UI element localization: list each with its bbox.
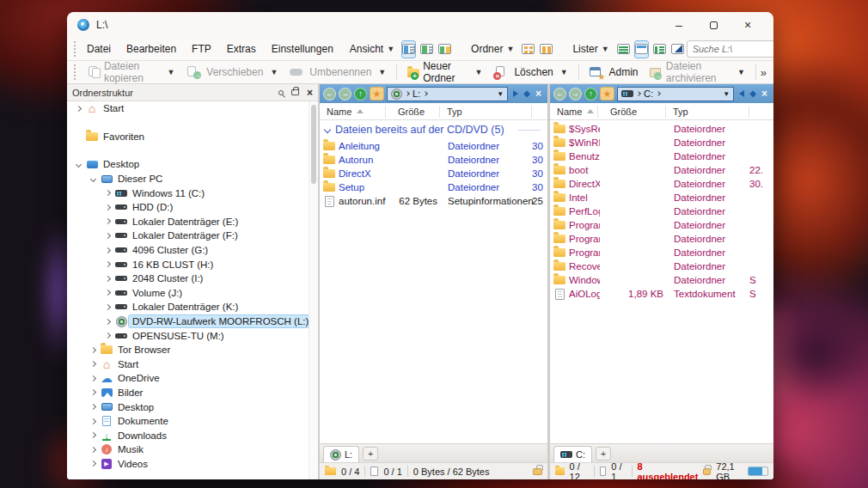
column-name[interactable]: Name bbox=[550, 107, 597, 117]
dateien-kopieren-button[interactable]: Dateien kopieren▼ bbox=[83, 63, 181, 82]
tree-scrollbar[interactable] bbox=[309, 101, 318, 479]
tree-expander-icon[interactable] bbox=[101, 234, 113, 238]
tree-expander-icon[interactable] bbox=[87, 362, 99, 366]
search-input[interactable] bbox=[693, 44, 773, 54]
favorites-button[interactable]: ★ bbox=[370, 87, 384, 101]
tab-drive-l[interactable]: L: bbox=[323, 446, 359, 462]
tree-item-start[interactable]: ⌂Start bbox=[67, 101, 318, 116]
tree-expander-icon[interactable] bbox=[101, 277, 113, 281]
file-row--winreagent[interactable]: $WinREAgentDateiordner bbox=[550, 136, 773, 149]
up-button[interactable]: ↑ bbox=[354, 88, 367, 101]
tree-item-onedrive[interactable]: ☁OneDrive bbox=[67, 371, 318, 386]
neuer-ordner-button[interactable]: +Neuer Ordner▼ bbox=[401, 63, 488, 82]
tree-item-lokaler-datentr-ger-k-[interactable]: Lokaler Datenträger (K:) bbox=[67, 300, 318, 314]
tree-item-desktop[interactable]: Desktop bbox=[67, 400, 318, 414]
tree-expander-icon[interactable] bbox=[87, 390, 99, 394]
group-header[interactable]: Dateien bereits auf der CD/DVD (5) bbox=[320, 120, 547, 139]
column-name[interactable]: Name bbox=[320, 107, 385, 117]
tree-item-bilder[interactable]: Bilder bbox=[67, 386, 318, 400]
back-button[interactable]: ← bbox=[323, 88, 336, 101]
file-row-programme-x86-[interactable]: Programme (x86)Dateiordner bbox=[550, 246, 773, 259]
tree-expander-icon[interactable] bbox=[87, 405, 99, 409]
tree-item-2048-cluster-i-[interactable]: 2048 Cluster (I:) bbox=[67, 271, 318, 286]
tree-expander-icon[interactable] bbox=[101, 191, 113, 195]
tree-expander-icon[interactable] bbox=[101, 320, 113, 324]
tree-item-volume-j-[interactable]: Volume (J:) bbox=[67, 286, 318, 301]
menu-lister[interactable]: Lister▼ bbox=[564, 43, 614, 55]
tree-expander-icon[interactable] bbox=[101, 333, 113, 338]
file-row-autorun-inf[interactable]: autorun.inf62 BytesSetupinformationen25 bbox=[320, 194, 547, 208]
tree-expander-icon[interactable] bbox=[87, 348, 99, 352]
lister-toppane-button[interactable] bbox=[634, 40, 649, 58]
column-size[interactable]: Größe bbox=[598, 107, 665, 117]
tree-expander-icon[interactable] bbox=[87, 419, 99, 424]
dateien-archivieren-button[interactable]: →Dateien archivieren▼ bbox=[644, 63, 751, 82]
toolbar-overflow-button[interactable]: » bbox=[761, 66, 767, 79]
tree-expander-icon[interactable] bbox=[87, 461, 99, 466]
panel-close-icon[interactable]: × bbox=[761, 88, 767, 99]
file-row--sysreset[interactable]: $SysResetDateiordner bbox=[550, 122, 773, 136]
right-breadcrumb[interactable]: C: ▼ bbox=[617, 87, 734, 101]
tree-expander-icon[interactable] bbox=[101, 290, 113, 295]
tree-scrollbar-thumb[interactable] bbox=[311, 105, 316, 184]
menu-ansicht[interactable]: Ansicht▼ bbox=[341, 43, 400, 55]
panel-swap-icon[interactable]: ◆ bbox=[523, 89, 530, 98]
group-collapse-icon[interactable] bbox=[324, 126, 331, 133]
left-breadcrumb[interactable]: L: ▼ bbox=[387, 87, 508, 101]
tree-expander-icon[interactable] bbox=[101, 262, 113, 266]
panel-expand-icon[interactable] bbox=[739, 90, 744, 97]
unlock-icon[interactable] bbox=[533, 468, 542, 475]
tree-item-dieser-pc[interactable]: Dieser PC bbox=[67, 172, 318, 186]
panel-swap-icon[interactable]: ◆ bbox=[749, 89, 756, 98]
tree-item-musik[interactable]: ♪Musik bbox=[67, 442, 318, 457]
file-row-recovery[interactable]: RecoveryDateiordner bbox=[550, 259, 773, 273]
file-row-setup[interactable]: SetupDateiordner30 bbox=[320, 180, 547, 194]
tree-expander-icon[interactable] bbox=[87, 376, 99, 381]
lister-list-button[interactable] bbox=[652, 40, 667, 58]
file-row-windows[interactable]: WindowsDateiordnerS bbox=[550, 273, 773, 287]
view-split-button[interactable] bbox=[419, 40, 434, 58]
breadcrumb-drive[interactable]: C: bbox=[644, 88, 653, 99]
minimize-button[interactable]: – bbox=[662, 14, 696, 36]
tree-expander-icon[interactable] bbox=[87, 177, 99, 181]
tree-item-opensuse-tu-m-[interactable]: OPENSUSE-TU (M:) bbox=[67, 328, 318, 343]
breadcrumb-drive[interactable]: L: bbox=[413, 88, 420, 99]
menu-item-ftp[interactable]: FTP bbox=[184, 43, 219, 55]
favorites-button[interactable]: ★ bbox=[600, 87, 614, 101]
tree-item-favoriten[interactable]: Favoriten bbox=[67, 130, 318, 144]
file-row-programme[interactable]: ProgrammeDateiordner bbox=[550, 232, 773, 246]
tree-expander-icon[interactable] bbox=[101, 219, 113, 223]
file-row-directx[interactable]: DirectXDateiordner30 bbox=[320, 167, 547, 180]
tree-expander-icon[interactable] bbox=[101, 305, 113, 309]
tree-expander-icon[interactable] bbox=[72, 107, 84, 111]
folder-grid-button[interactable] bbox=[521, 40, 535, 58]
close-button[interactable]: × bbox=[730, 14, 765, 36]
file-row-programdata[interactable]: ProgramDataDateiordner bbox=[550, 218, 773, 232]
folder-panes-button[interactable] bbox=[539, 40, 553, 58]
lister-bars-button[interactable] bbox=[616, 40, 631, 58]
menu-ordner[interactable]: Ordner▼ bbox=[462, 43, 519, 55]
file-row-intel[interactable]: IntelDateiordner bbox=[550, 191, 773, 204]
file-row-perflogs[interactable]: PerfLogsDateiordner bbox=[550, 204, 773, 218]
tree-item-windows-11-c-[interactable]: Windows 11 (C:) bbox=[67, 186, 318, 200]
search-box[interactable] bbox=[687, 40, 773, 58]
l-schen-button[interactable]: ×Löschen▼ bbox=[488, 63, 573, 82]
column-type[interactable]: Typ bbox=[440, 107, 531, 117]
tree-expander-icon[interactable] bbox=[101, 248, 113, 253]
tree-item-4096-cluster-g-[interactable]: 4096 Cluster (G:) bbox=[67, 243, 318, 258]
admin-button[interactable]: ★Admin bbox=[583, 63, 644, 82]
file-row-boot[interactable]: bootDateiordner22. bbox=[550, 163, 773, 177]
verschieben-button[interactable]: →Verschieben▼ bbox=[180, 63, 284, 82]
menu-item-datei[interactable]: Datei bbox=[79, 43, 119, 55]
lister-preview-button[interactable] bbox=[670, 40, 685, 58]
tree-expander-icon[interactable] bbox=[87, 448, 99, 452]
menu-item-bearbeiten[interactable]: Bearbeiten bbox=[119, 43, 184, 55]
tree-search-icon[interactable] bbox=[278, 90, 284, 95]
tree-item-dokumente[interactable]: Dokumente bbox=[67, 414, 318, 429]
tab-drive-c[interactable]: C: bbox=[553, 446, 592, 462]
tree-expander-icon[interactable] bbox=[87, 433, 99, 437]
panel-expand-icon[interactable] bbox=[513, 90, 518, 97]
new-tab-button[interactable]: + bbox=[363, 447, 378, 461]
panel-close-icon[interactable]: × bbox=[535, 88, 541, 99]
new-tab-button[interactable]: + bbox=[596, 447, 611, 461]
